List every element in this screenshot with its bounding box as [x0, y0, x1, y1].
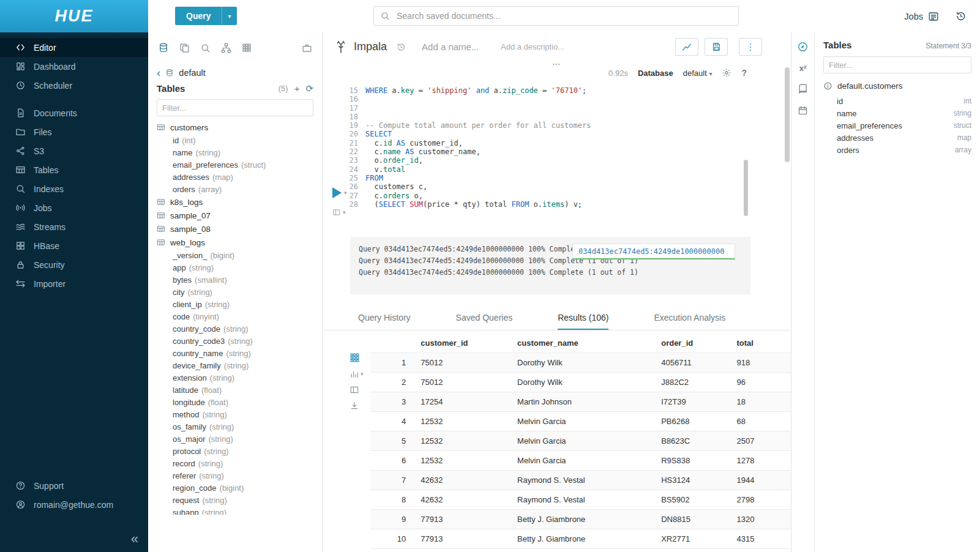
assist-column-protocol[interactable]: protocol(string) [157, 445, 322, 457]
assist-column-method[interactable]: method(string) [157, 408, 322, 420]
code-line[interactable]: 28 (SELECT SUM(price * qty) total FROM o… [323, 200, 766, 209]
breadcrumb-database[interactable]: default [179, 68, 206, 78]
chart-button[interactable] [675, 38, 698, 56]
refresh-tables-button[interactable]: ⟳ [305, 84, 313, 93]
assist-column-code[interactable]: code(tinyint) [157, 310, 322, 323]
schedule-icon[interactable] [798, 105, 808, 116]
column-header-customer-name[interactable]: customer_name [512, 333, 656, 353]
save-button[interactable] [705, 38, 728, 56]
documents-copy-icon[interactable] [179, 43, 190, 53]
schema-column-email-preferences[interactable]: email_preferencesstruct [823, 119, 971, 132]
code-line[interactable]: 16 [323, 95, 766, 103]
code-line[interactable]: 21 c.id AS customer_id, [323, 139, 766, 147]
assist-column-record[interactable]: record(string) [157, 457, 322, 469]
code-line[interactable]: 18 [323, 113, 766, 121]
assist-column-addresses[interactable]: addresses(map) [157, 171, 322, 183]
assist-column-country-code[interactable]: country_code(string) [157, 323, 322, 335]
tab-results-106[interactable]: Results (106) [558, 308, 608, 330]
assist-column-subapp[interactable]: subapp(string) [157, 506, 322, 515]
tab-query-history[interactable]: Query History [358, 308, 411, 330]
more-actions-button[interactable]: ⋮ [739, 38, 762, 56]
code-line[interactable]: 26 customers c, [323, 182, 766, 191]
sidebar-item-editor[interactable]: Editor [0, 38, 148, 57]
sidebar-item-documents[interactable]: Documents [0, 103, 148, 122]
sidebar-item-tables[interactable]: Tables [0, 160, 148, 179]
sidebar-item-dashboard[interactable]: Dashboard [0, 57, 148, 76]
assist-column-orders[interactable]: orders(array) [157, 183, 322, 195]
search-input[interactable] [395, 10, 732, 21]
assist-column-bytes[interactable]: bytes(smallint) [157, 274, 322, 286]
assist-column-city[interactable]: city(string) [157, 286, 322, 298]
databases-icon[interactable] [158, 42, 169, 53]
assist-column-version[interactable]: _version_(bigint) [157, 249, 322, 261]
code-line[interactable]: 25FROM [323, 174, 766, 182]
code-line[interactable]: 22 c.name AS customer_name, [323, 147, 766, 156]
code-line[interactable]: 15WHERE a.key = 'shipping' and a.zip_cod… [323, 86, 766, 95]
new-query-button[interactable]: Query ▾ [175, 7, 237, 25]
code-line[interactable]: 19-- Compute total amount per order for … [323, 121, 766, 130]
assist-column-country-code3[interactable]: country_code3(string) [157, 335, 322, 347]
help-icon[interactable]: ? [741, 68, 747, 78]
assist-column-request[interactable]: request(string) [157, 494, 322, 506]
assist-column-app[interactable]: app(string) [157, 261, 322, 274]
sidebar-item-files[interactable]: Files [0, 122, 148, 141]
query-dropdown-caret[interactable]: ▾ [222, 7, 236, 25]
language-reference-icon[interactable] [798, 84, 808, 94]
sidebar-item-security[interactable]: Security [0, 255, 148, 274]
collapse-sidebar-button[interactable]: « [131, 532, 138, 546]
jobs-button[interactable]: Jobs [904, 11, 939, 22]
schema-filter-input[interactable] [823, 56, 971, 73]
code-line[interactable]: 27 c.orders o, [323, 192, 766, 200]
download-icon[interactable] [350, 401, 364, 411]
apps-grid-icon[interactable] [242, 43, 252, 53]
editor-assistant-icon[interactable] [797, 41, 809, 53]
sitemap-icon[interactable] [221, 43, 231, 53]
resize-handle-2[interactable]: ⋯ [323, 61, 791, 68]
assist-column-extension[interactable]: extension(string) [157, 371, 322, 384]
add-table-button[interactable]: + [294, 84, 300, 93]
sidebar-item-streams[interactable]: Streams [0, 217, 148, 236]
result-row[interactable]: 275012Dorothy WilkJ882C296 [370, 373, 791, 392]
assist-table-web-logs[interactable]: web_logs [157, 236, 322, 249]
assist-column-os-major[interactable]: os_major(string) [157, 433, 322, 445]
schema-column-orders[interactable]: ordersarray [823, 144, 971, 156]
grid-view-icon[interactable] [350, 352, 364, 363]
adhoc-search-icon[interactable] [200, 43, 211, 53]
snippet-history-icon[interactable] [396, 42, 406, 52]
sql-editor[interactable]: 15WHERE a.key = 'shipping' and a.zip_cod… [323, 86, 766, 209]
code-line[interactable]: 20SELECT [323, 130, 766, 138]
query-history-icon[interactable] [955, 10, 967, 22]
schema-column-name[interactable]: namestring [823, 107, 971, 119]
assist-column-referer[interactable]: referer(string) [157, 469, 322, 482]
result-row[interactable]: 1077913Betty J. GiambroneXR27714315 [370, 529, 791, 549]
query-name-input[interactable] [421, 41, 493, 53]
code-line[interactable]: 24 v.total [323, 165, 766, 174]
columns-icon[interactable] [350, 385, 364, 395]
assist-column-device-family[interactable]: device_family(string) [157, 359, 322, 371]
sidebar-item-jobs[interactable]: Jobs [0, 198, 148, 217]
sidebar-item-scheduler[interactable]: Scheduler [0, 76, 148, 95]
statement-options[interactable]: ▾ [332, 208, 346, 217]
chart-view-icon[interactable]: ▾ [350, 369, 364, 379]
result-row[interactable]: 412532Melvin GarciaPB626868 [370, 412, 791, 431]
settings-gear-icon[interactable] [722, 68, 731, 78]
sidebar-item-user[interactable]: romain@gethue.com [0, 495, 148, 514]
editor-scrollbar-thumb[interactable] [744, 160, 748, 216]
main-scrollbar-thumb[interactable] [785, 67, 790, 162]
result-row[interactable]: 742632Raymond S. VestalHS31241944 [370, 471, 791, 490]
assist-column-client-ip[interactable]: client_ip(string) [157, 298, 322, 310]
assist-column-id[interactable]: id(int) [157, 134, 322, 146]
sidebar-item-s3[interactable]: S3 [0, 141, 148, 160]
column-header-total[interactable]: total [731, 333, 791, 353]
hue-logo[interactable]: HUE [0, 0, 148, 32]
assist-column-region-code[interactable]: region_code(bigint) [157, 482, 322, 494]
assist-column-email-preferences[interactable]: email_preferences(struct) [157, 159, 322, 171]
sidebar-item-indexes[interactable]: Indexes [0, 179, 148, 198]
column-header-order-id[interactable]: order_id [656, 333, 731, 353]
active-table[interactable]: default.customers [823, 81, 971, 91]
database-select[interactable]: default ▾ [683, 69, 713, 78]
result-row[interactable]: 317254Martin JohnsonI72T3918 [370, 392, 791, 412]
assist-column-country-name[interactable]: country_name(string) [157, 347, 322, 359]
schema-column-addresses[interactable]: addressesmap [823, 132, 971, 144]
sidebar-item-importer[interactable]: Importer [0, 274, 148, 293]
